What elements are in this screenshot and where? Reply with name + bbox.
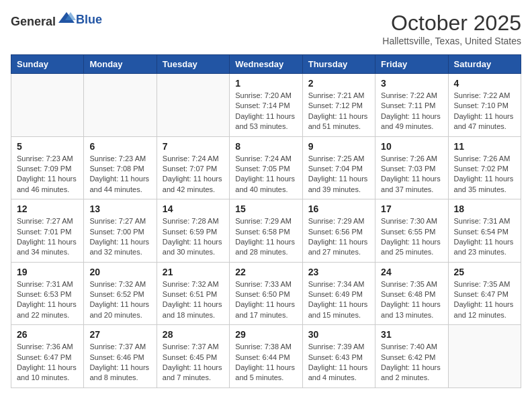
calendar-cell: 17Sunrise: 7:30 AMSunset: 6:55 PMDayligh…: [375, 199, 448, 263]
calendar-cell: 7Sunrise: 7:24 AMSunset: 7:07 PMDaylight…: [157, 136, 229, 199]
day-info: Sunrise: 7:28 AMSunset: 6:59 PMDaylight:…: [163, 216, 224, 258]
calendar-week-row: 5Sunrise: 7:23 AMSunset: 7:09 PMDaylight…: [11, 136, 521, 199]
logo-icon: [57, 11, 76, 26]
calendar-cell: 19Sunrise: 7:31 AMSunset: 6:53 PMDayligh…: [11, 262, 84, 325]
day-info: Sunrise: 7:40 AMSunset: 6:42 PMDaylight:…: [381, 342, 442, 383]
day-number: 25: [454, 267, 515, 277]
calendar-cell: 28Sunrise: 7:37 AMSunset: 6:45 PMDayligh…: [157, 325, 229, 388]
day-number: 6: [89, 141, 150, 152]
calendar-week-row: 19Sunrise: 7:31 AMSunset: 6:53 PMDayligh…: [11, 262, 521, 325]
calendar-cell: 10Sunrise: 7:26 AMSunset: 7:03 PMDayligh…: [375, 136, 448, 199]
calendar-cell: 22Sunrise: 7:33 AMSunset: 6:50 PMDayligh…: [230, 262, 302, 325]
day-number: 23: [308, 267, 369, 277]
day-number: 9: [308, 141, 369, 152]
calendar-cell: 13Sunrise: 7:27 AMSunset: 7:00 PMDayligh…: [84, 199, 157, 263]
calendar-cell: 20Sunrise: 7:32 AMSunset: 6:52 PMDayligh…: [84, 262, 157, 325]
day-info: Sunrise: 7:27 AMSunset: 7:01 PMDaylight:…: [17, 216, 78, 258]
day-info: Sunrise: 7:32 AMSunset: 6:51 PMDaylight:…: [163, 279, 224, 321]
day-info: Sunrise: 7:37 AMSunset: 6:46 PMDaylight:…: [89, 342, 150, 383]
day-of-week-header: Thursday: [302, 55, 375, 74]
calendar-cell: 24Sunrise: 7:35 AMSunset: 6:48 PMDayligh…: [375, 262, 448, 325]
calendar-cell: 31Sunrise: 7:40 AMSunset: 6:42 PMDayligh…: [375, 325, 448, 388]
day-info: Sunrise: 7:27 AMSunset: 7:00 PMDaylight:…: [89, 216, 150, 258]
calendar-cell: 1Sunrise: 7:20 AMSunset: 7:14 PMDaylight…: [230, 74, 302, 137]
calendar-cell: 16Sunrise: 7:29 AMSunset: 6:56 PMDayligh…: [302, 199, 375, 263]
day-info: Sunrise: 7:31 AMSunset: 6:53 PMDaylight:…: [17, 279, 78, 321]
day-info: Sunrise: 7:37 AMSunset: 6:45 PMDaylight:…: [163, 342, 224, 383]
logo-blue: Blue: [76, 13, 102, 27]
calendar-table: SundayMondayTuesdayWednesdayThursdayFrid…: [11, 54, 521, 388]
day-info: Sunrise: 7:34 AMSunset: 6:49 PMDaylight:…: [308, 279, 369, 321]
day-of-week-header: Saturday: [448, 55, 521, 74]
day-info: Sunrise: 7:35 AMSunset: 6:47 PMDaylight:…: [454, 279, 515, 321]
day-number: 7: [163, 141, 224, 152]
day-number: 11: [454, 141, 515, 152]
calendar-cell: 8Sunrise: 7:24 AMSunset: 7:05 PMDaylight…: [230, 136, 302, 199]
day-info: Sunrise: 7:32 AMSunset: 6:52 PMDaylight:…: [89, 279, 150, 321]
day-info: Sunrise: 7:24 AMSunset: 7:05 PMDaylight:…: [235, 154, 296, 195]
day-number: 18: [454, 203, 515, 214]
calendar-cell: 15Sunrise: 7:29 AMSunset: 6:58 PMDayligh…: [230, 199, 302, 263]
day-number: 17: [381, 203, 442, 214]
day-number: 10: [381, 141, 442, 152]
day-info: Sunrise: 7:24 AMSunset: 7:07 PMDaylight:…: [163, 154, 224, 195]
day-number: 14: [163, 203, 224, 214]
calendar-cell: [448, 325, 521, 388]
day-info: Sunrise: 7:31 AMSunset: 6:54 PMDaylight:…: [454, 216, 515, 258]
day-number: 1: [235, 78, 296, 89]
day-number: 4: [454, 78, 515, 89]
day-number: 22: [235, 267, 296, 277]
calendar-week-row: 1Sunrise: 7:20 AMSunset: 7:14 PMDaylight…: [11, 74, 521, 137]
calendar-cell: 12Sunrise: 7:27 AMSunset: 7:01 PMDayligh…: [11, 199, 84, 263]
calendar-cell: 26Sunrise: 7:36 AMSunset: 6:47 PMDayligh…: [11, 325, 84, 388]
calendar-cell: [157, 74, 229, 137]
day-info: Sunrise: 7:26 AMSunset: 7:02 PMDaylight:…: [454, 154, 515, 195]
day-info: Sunrise: 7:35 AMSunset: 6:48 PMDaylight:…: [381, 279, 442, 321]
day-number: 29: [235, 329, 296, 340]
day-info: Sunrise: 7:26 AMSunset: 7:03 PMDaylight:…: [381, 154, 442, 195]
calendar-cell: 11Sunrise: 7:26 AMSunset: 7:02 PMDayligh…: [448, 136, 521, 199]
month-title: October 2025: [382, 11, 521, 36]
logo: General Blue: [11, 11, 102, 29]
logo-general: General: [11, 15, 56, 28]
day-of-week-header: Tuesday: [157, 55, 229, 74]
day-number: 3: [381, 78, 442, 89]
day-number: 2: [308, 78, 369, 89]
day-info: Sunrise: 7:22 AMSunset: 7:11 PMDaylight:…: [381, 91, 442, 132]
day-info: Sunrise: 7:36 AMSunset: 6:47 PMDaylight:…: [17, 342, 78, 383]
day-info: Sunrise: 7:29 AMSunset: 6:58 PMDaylight:…: [235, 216, 296, 258]
day-of-week-header: Monday: [84, 55, 157, 74]
day-number: 31: [381, 329, 442, 340]
day-info: Sunrise: 7:25 AMSunset: 7:04 PMDaylight:…: [308, 154, 369, 195]
day-info: Sunrise: 7:33 AMSunset: 6:50 PMDaylight:…: [235, 279, 296, 321]
day-number: 12: [17, 203, 78, 214]
day-info: Sunrise: 7:29 AMSunset: 6:56 PMDaylight:…: [308, 216, 369, 258]
calendar-cell: 30Sunrise: 7:39 AMSunset: 6:43 PMDayligh…: [302, 325, 375, 388]
day-number: 21: [163, 267, 224, 277]
calendar-cell: 3Sunrise: 7:22 AMSunset: 7:11 PMDaylight…: [375, 74, 448, 137]
day-number: 24: [381, 267, 442, 277]
day-info: Sunrise: 7:20 AMSunset: 7:14 PMDaylight:…: [235, 91, 296, 132]
day-number: 30: [308, 329, 369, 340]
title-area: October 2025 Hallettsville, Texas, Unite…: [382, 11, 521, 46]
day-info: Sunrise: 7:38 AMSunset: 6:44 PMDaylight:…: [235, 342, 296, 383]
day-number: 19: [17, 267, 78, 277]
day-number: 5: [17, 141, 78, 152]
calendar-cell: 2Sunrise: 7:21 AMSunset: 7:12 PMDaylight…: [302, 74, 375, 137]
day-info: Sunrise: 7:39 AMSunset: 6:43 PMDaylight:…: [308, 342, 369, 383]
day-info: Sunrise: 7:23 AMSunset: 7:08 PMDaylight:…: [89, 154, 150, 195]
calendar-cell: 4Sunrise: 7:22 AMSunset: 7:10 PMDaylight…: [448, 74, 521, 137]
day-of-week-header: Wednesday: [230, 55, 302, 74]
day-info: Sunrise: 7:22 AMSunset: 7:10 PMDaylight:…: [454, 91, 515, 132]
day-number: 16: [308, 203, 369, 214]
day-number: 27: [89, 329, 150, 340]
day-number: 28: [163, 329, 224, 340]
calendar-cell: 14Sunrise: 7:28 AMSunset: 6:59 PMDayligh…: [157, 199, 229, 263]
calendar-cell: 18Sunrise: 7:31 AMSunset: 6:54 PMDayligh…: [448, 199, 521, 263]
calendar-cell: 27Sunrise: 7:37 AMSunset: 6:46 PMDayligh…: [84, 325, 157, 388]
calendar-cell: 9Sunrise: 7:25 AMSunset: 7:04 PMDaylight…: [302, 136, 375, 199]
day-number: 8: [235, 141, 296, 152]
day-info: Sunrise: 7:30 AMSunset: 6:55 PMDaylight:…: [381, 216, 442, 258]
calendar-week-row: 26Sunrise: 7:36 AMSunset: 6:47 PMDayligh…: [11, 325, 521, 388]
page-header: General Blue October 2025 Hallettsville,…: [11, 11, 521, 46]
